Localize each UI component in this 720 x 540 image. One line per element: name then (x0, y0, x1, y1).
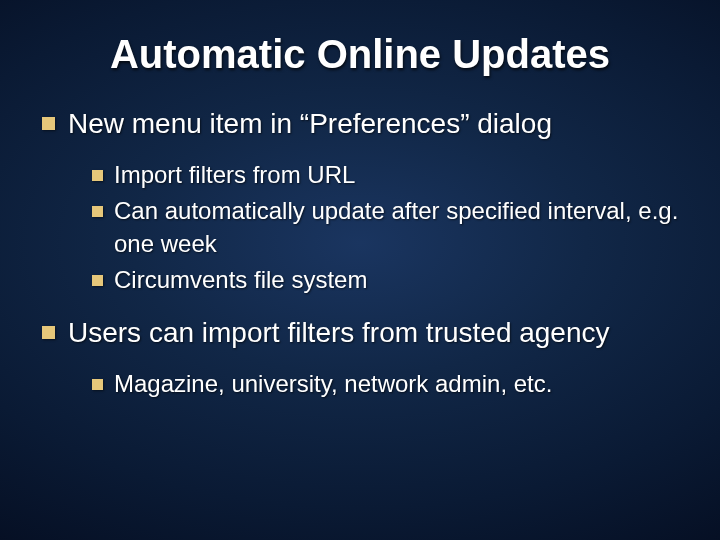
bullet-list-level-1: New menu item in “Preferences” dialog Im… (40, 105, 680, 401)
list-item: Users can import filters from trusted ag… (68, 314, 680, 400)
list-item: Import filters from URL (114, 159, 680, 191)
bullet-text: Can automatically update after specified… (114, 197, 678, 256)
list-item: Can automatically update after specified… (114, 195, 680, 260)
bullet-text: New menu item in “Preferences” dialog (68, 108, 552, 139)
slide-title: Automatic Online Updates (40, 32, 680, 77)
bullet-text: Users can import filters from trusted ag… (68, 317, 610, 348)
bullet-list-level-2: Import filters from URL Can automaticall… (68, 159, 680, 297)
bullet-list-level-2: Magazine, university, network admin, etc… (68, 368, 680, 400)
bullet-text: Import filters from URL (114, 161, 355, 188)
list-item: Circumvents file system (114, 264, 680, 296)
list-item: Magazine, university, network admin, etc… (114, 368, 680, 400)
bullet-text: Magazine, university, network admin, etc… (114, 370, 552, 397)
list-item: New menu item in “Preferences” dialog Im… (68, 105, 680, 296)
bullet-text: Circumvents file system (114, 266, 367, 293)
slide: Automatic Online Updates New menu item i… (0, 0, 720, 540)
